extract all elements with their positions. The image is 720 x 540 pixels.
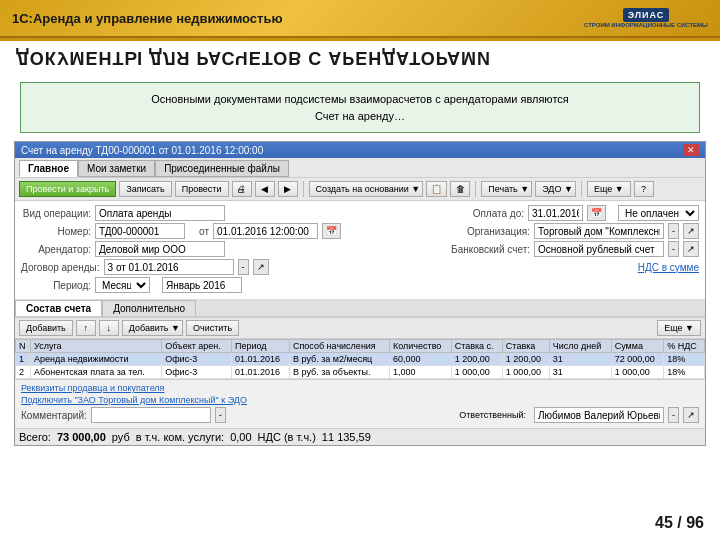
date-input[interactable] [213,223,318,239]
table-cell: 1,000 [390,366,452,379]
date-calendar[interactable]: 📅 [322,223,341,239]
next-button[interactable]: ▶ [278,181,298,197]
data-table: N Услуга Объект арен. Период Способ начи… [15,339,705,379]
separator1 [303,181,304,197]
total-value: 73 000,00 [57,431,106,443]
comment-input[interactable] [91,407,211,423]
post-close-button[interactable]: Провести и закрыть [19,181,116,197]
help-button[interactable]: ? [634,181,654,197]
delete-button[interactable]: 🗑 [450,181,470,197]
contract-input[interactable] [104,259,234,275]
table-row[interactable]: 1Аренда недвижимостиОфис-301.01.2016В ру… [16,353,705,366]
vat-total-label: НДС (в т.ч.) [258,431,316,443]
window-close-button[interactable]: ✕ [683,144,699,156]
table-cell: 01.01.2016 [232,366,290,379]
table-cell: 1 000,00 [611,366,663,379]
copy-button[interactable]: 📋 [426,181,447,197]
comment-row: Комментарий: - Ответственный: - ↗ [21,407,699,423]
save-button[interactable]: Записать [119,181,171,197]
window-titlebar: Счет на аренду ТД00-000001 от 01.01.2016… [15,142,705,158]
table-cell: 1 000,00 [451,366,502,379]
window-title: Счет на аренду ТД00-000001 от 01.01.2016… [21,145,263,156]
create-basis-button[interactable]: Создать на основании ▼ [309,181,424,197]
tenant-label: Арендатор: [21,244,91,255]
more-button[interactable]: Еще ▼ [587,181,631,197]
col-rate: Ставка [502,340,549,353]
separator2 [475,181,476,197]
col-period: Период [232,340,290,353]
period-row: Период: Месяц [21,277,699,293]
col-sum: Сумма [611,340,663,353]
logo-subtitle: СТРОИМ ИНФОРМАЦИОННЫЕ СИСТЕМЫ [584,22,708,28]
comment-button[interactable]: - [215,407,226,423]
add-dropdown-button[interactable]: Добавить ▼ [122,320,183,336]
data-table-container: N Услуга Объект арен. Период Способ начи… [15,339,705,379]
payment-to-calendar[interactable]: 📅 [587,205,606,221]
table-cell: 1 000,00 [502,366,549,379]
bank-label: Банковский счет: [451,244,530,255]
add-button[interactable]: Добавить [19,320,73,336]
connect-link[interactable]: Подключить "ЗАО Торговый дом Комплексный… [21,395,247,405]
tenant-input[interactable] [95,241,225,257]
table-cell: 18% [664,366,705,379]
post-button[interactable]: Провести [175,181,229,197]
col-object: Объект арен. [162,340,232,353]
responsible-button[interactable]: - [668,407,679,423]
print-icon-button[interactable]: 🖨 [232,181,252,197]
tab-additional[interactable]: Дополнительно [102,300,196,316]
responsible-open[interactable]: ↗ [683,407,699,423]
clear-button[interactable]: Очистить [186,320,239,336]
number-row: Номер: от 📅 Организация: - ↗ [21,223,699,239]
section-banner: ДОКУМЕНТЫ ДЛЯ РАСЧЕТОВ С АРЕНДАТОРАМИ [0,38,720,74]
section-title: ДОКУМЕНТЫ ДЛЯ РАСЧЕТОВ С АРЕНДАТОРАМИ [16,47,491,68]
vat-link[interactable]: НДС в сумме [638,262,699,273]
edo-button[interactable]: ЭДО ▼ [535,181,576,197]
prev-button[interactable]: ◀ [255,181,275,197]
currency: руб [112,431,130,443]
table-cell: 31 [549,353,611,366]
logo-area: ЭЛИАС СТРОИМ ИНФОРМАЦИОННЫЕ СИСТЕМЫ [584,8,708,28]
table-cell: Аренда недвижимости [31,353,162,366]
period-value-input[interactable] [162,277,242,293]
table-cell: 60,000 [390,353,452,366]
col-service: Услуга [31,340,162,353]
info-line1: Основными документами подсистемы взаимор… [33,91,687,108]
number-input[interactable] [95,223,185,239]
bank-button[interactable]: - [668,241,679,257]
table-cell: В руб. за м2/месяц [289,353,389,366]
contract-open[interactable]: ↗ [253,259,269,275]
tab-notes[interactable]: Мои заметки [78,160,155,177]
separator3 [581,181,582,197]
org-label: Организация: [465,226,530,237]
table-cell: 72 000,00 [611,353,663,366]
contract-row: Договор аренды: - ↗ НДС в сумме [21,259,699,275]
table-cell: 18% [664,353,705,366]
tab-main[interactable]: Главное [19,160,78,177]
org-button[interactable]: - [668,223,679,239]
connect-row: Подключить "ЗАО Торговый дом Комплексный… [21,395,699,405]
payment-status-select[interactable]: Не оплачен [618,205,699,221]
seller-link[interactable]: Реквизиты продавца и покупателя [21,383,164,393]
page-number: 45 / 96 [655,514,704,532]
print-button[interactable]: Печать ▼ [481,181,532,197]
table-cell: 01.01.2016 [232,353,290,366]
table-more-button[interactable]: Еще ▼ [657,320,701,336]
table-cell: 1 200,00 [451,353,502,366]
org-input[interactable] [534,223,664,239]
tab-composition[interactable]: Состав счета [15,300,102,316]
table-row[interactable]: 2Абонентская плата за тел.Офис-301.01.20… [16,366,705,379]
responsible-input[interactable] [534,407,664,423]
tab-attached[interactable]: Присоединенные файлы [155,160,289,177]
operation-input[interactable] [95,205,225,221]
contract-button[interactable]: - [238,259,249,275]
payment-to-input[interactable] [528,205,583,221]
bank-input[interactable] [534,241,664,257]
table-cell: Офис-3 [162,353,232,366]
bank-open[interactable]: ↗ [683,241,699,257]
seller-row: Реквизиты продавца и покупателя [21,383,699,393]
move-up-button[interactable]: ↑ [76,320,96,336]
org-open[interactable]: ↗ [683,223,699,239]
move-down-button[interactable]: ↓ [99,320,119,336]
period-type-select[interactable]: Месяц [95,277,150,293]
current-page: 45 [655,514,673,531]
